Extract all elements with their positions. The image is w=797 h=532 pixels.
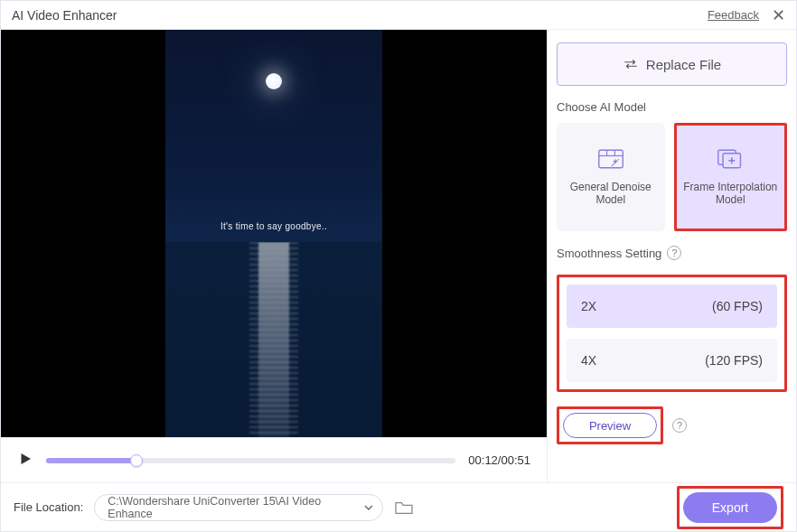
- export-button[interactable]: Export: [683, 492, 777, 523]
- app-window: AI Video Enhancer Feedback ✕ It's time t…: [0, 0, 797, 532]
- model-label: General Denoise Model: [562, 181, 660, 206]
- close-icon[interactable]: ✕: [772, 7, 785, 23]
- fps-multiplier: 4X: [581, 353, 596, 368]
- file-location-dropdown[interactable]: C:\Wondershare UniConverter 15\AI Video …: [94, 494, 383, 521]
- progress-slider[interactable]: [46, 458, 455, 463]
- model-frame-interpolation[interactable]: Frame Interpolation Model: [674, 123, 788, 231]
- preview-highlight: Preview: [557, 406, 663, 444]
- preview-button[interactable]: Preview: [563, 413, 657, 438]
- help-icon[interactable]: ?: [667, 246, 681, 260]
- feedback-link[interactable]: Feedback: [708, 8, 759, 22]
- model-options: General Denoise Model Frame Interpolatio…: [557, 123, 787, 231]
- time-display: 00:12/00:51: [468, 453, 530, 467]
- browse-folder-button[interactable]: [394, 499, 414, 516]
- video-frame: It's time to say goodbye..: [165, 30, 382, 437]
- swap-icon: [623, 58, 639, 70]
- help-icon[interactable]: ?: [672, 418, 687, 433]
- video-preview[interactable]: It's time to say goodbye..: [1, 30, 547, 437]
- footer: File Location: C:\Wondershare UniConvert…: [1, 482, 796, 531]
- preview-row: Preview ?: [557, 406, 787, 444]
- choose-model-label: Choose AI Model: [557, 100, 787, 114]
- smoothness-options: 2X (60 FPS) 4X (120 FPS): [557, 275, 787, 392]
- denoise-icon: [597, 148, 624, 170]
- video-caption: It's time to say goodbye..: [165, 221, 382, 231]
- play-icon[interactable]: [17, 451, 33, 471]
- export-highlight: Export: [677, 486, 783, 529]
- left-pane: It's time to say goodbye.. 00:12/00:51: [1, 30, 548, 482]
- playback-controls: 00:12/00:51: [1, 437, 547, 482]
- chevron-down-icon: [364, 503, 373, 512]
- fps-value: (120 FPS): [705, 353, 763, 368]
- fps-value: (60 FPS): [712, 299, 763, 313]
- main-area: It's time to say goodbye.. 00:12/00:51: [1, 30, 796, 482]
- replace-file-button[interactable]: Replace File: [557, 42, 787, 86]
- titlebar: AI Video Enhancer Feedback ✕: [1, 1, 796, 30]
- model-general-denoise[interactable]: General Denoise Model: [557, 123, 665, 231]
- folder-icon: [394, 499, 414, 516]
- moon-graphic: [266, 73, 282, 89]
- fps-option-2x[interactable]: 2X (60 FPS): [567, 285, 777, 328]
- replace-file-label: Replace File: [646, 57, 721, 72]
- smoothness-label: Smoothness Setting ?: [557, 246, 787, 260]
- svg-rect-0: [599, 150, 623, 167]
- right-panel: Replace File Choose AI Model General Den…: [548, 30, 796, 482]
- file-location-label: File Location:: [14, 500, 83, 514]
- fps-multiplier: 2X: [581, 299, 596, 313]
- fps-option-4x[interactable]: 4X (120 FPS): [567, 339, 777, 382]
- app-title: AI Video Enhancer: [12, 8, 117, 23]
- model-label: Frame Interpolation Model: [682, 181, 780, 206]
- file-location-path: C:\Wondershare UniConverter 15\AI Video …: [108, 495, 364, 520]
- interpolation-icon: [717, 148, 744, 170]
